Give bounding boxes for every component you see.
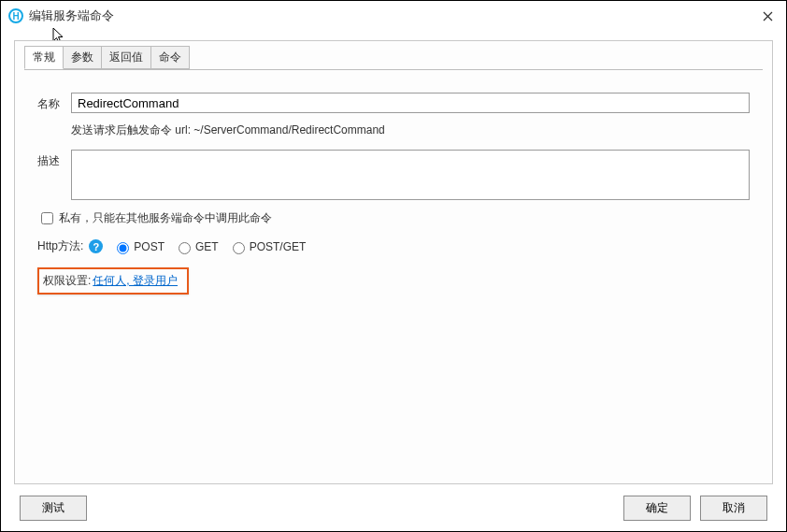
- tab-panel-general: 名称 发送请求后触发命令 url: ~/ServerCommand/Redire…: [24, 69, 763, 474]
- radio-post-wrap[interactable]: POST: [112, 239, 165, 254]
- desc-input[interactable]: [71, 150, 750, 200]
- window-title: 编辑服务端命令: [29, 7, 114, 24]
- name-input[interactable]: [71, 93, 750, 113]
- cancel-button[interactable]: 取消: [700, 496, 767, 521]
- help-icon[interactable]: ?: [89, 239, 103, 253]
- private-checkbox[interactable]: [41, 212, 53, 224]
- private-checkbox-row[interactable]: 私有，只能在其他服务端命令中调用此命令: [37, 209, 750, 227]
- radio-post[interactable]: [117, 242, 129, 254]
- radio-get[interactable]: [179, 242, 191, 254]
- app-icon: H: [8, 8, 23, 23]
- dialog-window: H 编辑服务端命令 常规 参数 返回值 命令 名称 发送请求后触发命令 url:…: [0, 0, 787, 532]
- ok-button[interactable]: 确定: [623, 496, 691, 521]
- radio-postget[interactable]: [233, 242, 245, 254]
- desc-label: 描述: [37, 150, 71, 169]
- tab-command[interactable]: 命令: [150, 46, 190, 69]
- http-method-row: Http方法: ? POST GET POST/GET: [37, 238, 750, 254]
- permission-link[interactable]: 任何人, 登录用户: [93, 273, 178, 289]
- radio-postget-label: POST/GET: [250, 240, 307, 253]
- row-name: 名称: [37, 93, 750, 113]
- http-label: Http方法:: [37, 238, 83, 254]
- content-panel: 常规 参数 返回值 命令 名称 发送请求后触发命令 url: ~/ServerC…: [14, 40, 773, 484]
- test-button[interactable]: 测试: [20, 496, 87, 521]
- radio-get-wrap[interactable]: GET: [174, 239, 219, 254]
- radio-post-label: POST: [134, 240, 165, 253]
- private-label: 私有，只能在其他服务端命令中调用此命令: [59, 210, 272, 226]
- close-icon: [763, 11, 773, 22]
- url-hint: 发送请求后触发命令 url: ~/ServerCommand/RedirectC…: [71, 122, 750, 138]
- permission-label: 权限设置:: [43, 273, 91, 289]
- row-desc: 描述: [37, 150, 750, 200]
- tabstrip: 常规 参数 返回值 命令: [24, 46, 781, 69]
- tab-returns[interactable]: 返回值: [101, 46, 151, 69]
- radio-get-label: GET: [195, 240, 219, 253]
- titlebar: H 编辑服务端命令: [1, 1, 786, 31]
- button-bar: 测试 确定 取消: [1, 484, 786, 531]
- name-label: 名称: [37, 93, 71, 112]
- radio-postget-wrap[interactable]: POST/GET: [228, 239, 307, 254]
- tab-params[interactable]: 参数: [63, 46, 102, 69]
- tab-general[interactable]: 常规: [24, 46, 64, 69]
- permission-row: 权限设置: 任何人, 登录用户: [37, 267, 189, 295]
- close-button[interactable]: [756, 5, 779, 27]
